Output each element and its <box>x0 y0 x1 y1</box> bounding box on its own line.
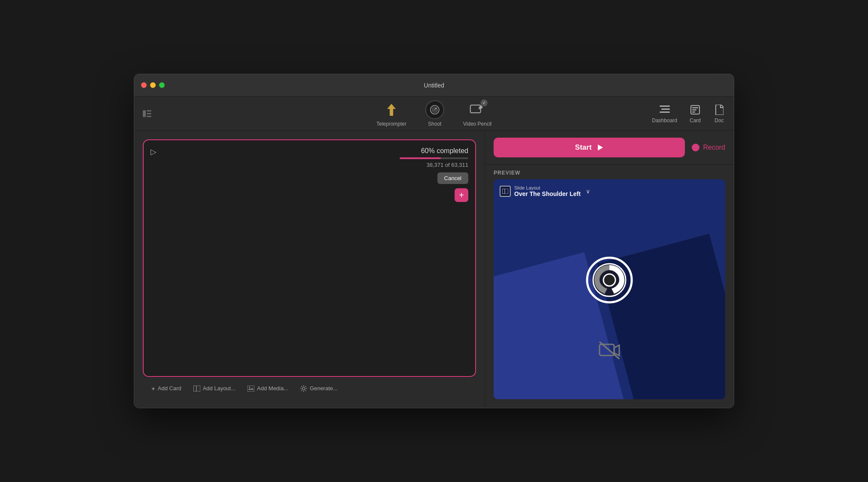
svg-rect-18 <box>247 386 254 392</box>
toolbar-dashboard[interactable]: Dashboard <box>652 104 677 124</box>
right-top-bar: Start Record <box>485 131 734 165</box>
add-layout-button[interactable]: Add Layout... <box>193 385 236 392</box>
svg-rect-11 <box>660 111 670 113</box>
svg-line-26 <box>305 390 306 391</box>
video-pencil-label: Video Pencil <box>463 121 492 127</box>
preview-label: PREVIEW <box>485 165 734 179</box>
svg-rect-9 <box>660 105 670 107</box>
record-dot-icon <box>692 144 699 151</box>
video-pencil-icon-area: ✓ <box>468 100 487 119</box>
card-label: Card <box>690 117 701 124</box>
dashboard-icon <box>659 104 671 116</box>
svg-rect-30 <box>502 189 505 194</box>
shoot-icon-area <box>425 100 444 119</box>
svg-rect-10 <box>661 108 670 110</box>
generate-icon <box>300 385 307 392</box>
shoot-icon <box>425 100 444 119</box>
card-progress-area: 60% completed 38,371 of 63,311 Cancel + <box>400 147 468 202</box>
layout-sidebar-icon <box>502 189 508 194</box>
add-media-icon <box>247 386 254 392</box>
svg-rect-3 <box>147 116 151 117</box>
svg-point-33 <box>603 274 615 286</box>
svg-rect-34 <box>600 344 614 355</box>
toolbar-teleprompter[interactable]: Teleprompter <box>377 100 407 127</box>
svg-rect-29 <box>502 189 508 194</box>
progress-count: 38,371 of 63,311 <box>426 162 468 168</box>
svg-rect-0 <box>143 110 146 117</box>
doc-label: Doc <box>714 117 723 124</box>
svg-rect-14 <box>692 109 696 111</box>
toolbar-center: Teleprompter Shoot <box>377 100 492 127</box>
maximize-button[interactable] <box>159 82 165 88</box>
add-media-label: Add Media... <box>257 385 288 392</box>
main-content: ▷ 60% completed 38,371 of 63,311 Cancel … <box>134 131 734 408</box>
progress-label: 60% completed <box>421 147 468 155</box>
app-window: Untitled Teleprompter <box>134 74 734 408</box>
layout-icon <box>500 186 511 197</box>
preview-background: Slide Layout Over The Shoulder Left ∨ <box>494 179 725 399</box>
add-media-button[interactable]: Add Media... <box>247 385 288 392</box>
layout-text: Slide Layout Over The Shoulder Left <box>514 185 581 197</box>
obs-logo <box>586 256 633 304</box>
doc-icon <box>713 104 725 116</box>
chevron-down-icon: ∨ <box>586 188 590 195</box>
window-title: Untitled <box>424 82 444 89</box>
teleprompter-icon <box>384 102 399 117</box>
camera-off-icon <box>599 341 620 360</box>
sidebar-toggle-button[interactable] <box>143 110 151 117</box>
toolbar-shoot[interactable]: Shoot <box>422 100 448 127</box>
start-label: Start <box>575 143 592 152</box>
toolbar-video-pencil[interactable]: ✓ Video Pencil <box>463 100 492 127</box>
play-icon[interactable]: ▷ <box>151 147 157 157</box>
generate-button[interactable]: Generate... <box>300 385 338 392</box>
start-play-icon <box>596 144 604 151</box>
add-layout-icon <box>193 386 200 392</box>
add-button[interactable]: + <box>455 188 468 202</box>
slide-layout-name: Over The Shoulder Left <box>514 190 581 197</box>
preview-area: Slide Layout Over The Shoulder Left ∨ <box>494 179 725 399</box>
toolbar-right: Dashboard Card <box>652 104 725 124</box>
svg-point-7 <box>435 108 437 109</box>
record-button[interactable]: Record <box>692 144 725 151</box>
svg-point-19 <box>249 386 250 388</box>
svg-rect-16 <box>193 386 200 392</box>
start-button[interactable]: Start <box>494 138 685 157</box>
slide-layout-badge[interactable]: Slide Layout Over The Shoulder Left ∨ <box>500 185 590 197</box>
close-button[interactable] <box>141 82 147 88</box>
svg-rect-2 <box>147 113 151 114</box>
add-card-label: Add Card <box>158 385 181 392</box>
slide-layout-small-text: Slide Layout <box>514 185 581 190</box>
svg-rect-1 <box>147 110 151 111</box>
add-layout-label: Add Layout... <box>203 385 236 392</box>
right-panel: Start Record PREVIEW <box>485 131 734 408</box>
toolbar-doc[interactable]: Doc <box>713 104 725 124</box>
card-icon <box>689 104 701 116</box>
teleprompter-label: Teleprompter <box>377 121 407 127</box>
video-pencil-icon: ✓ <box>468 100 487 119</box>
teleprompter-icon-area <box>382 100 401 119</box>
shoot-label: Shoot <box>428 121 441 127</box>
cancel-button[interactable]: Cancel <box>437 172 468 184</box>
traffic-lights <box>141 82 165 88</box>
add-card-button[interactable]: + Add Card <box>151 385 181 392</box>
left-panel: ▷ 60% completed 38,371 of 63,311 Cancel … <box>134 131 485 408</box>
generate-label: Generate... <box>310 385 338 392</box>
progress-bar <box>400 157 468 159</box>
dashboard-label: Dashboard <box>652 117 677 124</box>
card-area: ▷ 60% completed 38,371 of 63,311 Cancel … <box>143 139 476 377</box>
toolbar-card[interactable]: Card <box>689 104 701 124</box>
minimize-button[interactable] <box>150 82 156 88</box>
toolbar-left <box>143 110 160 117</box>
svg-line-27 <box>305 386 306 387</box>
bottom-bar: + Add Card Add Layout... <box>143 377 476 399</box>
svg-point-20 <box>302 387 305 390</box>
progress-bar-fill <box>400 157 441 159</box>
titlebar: Untitled <box>134 74 734 96</box>
svg-rect-13 <box>692 107 698 108</box>
toolbar: Teleprompter Shoot <box>134 96 734 131</box>
svg-rect-17 <box>193 386 196 392</box>
svg-rect-15 <box>692 111 695 113</box>
svg-line-28 <box>301 390 302 391</box>
svg-line-25 <box>301 386 302 387</box>
check-badge: ✓ <box>481 99 488 106</box>
